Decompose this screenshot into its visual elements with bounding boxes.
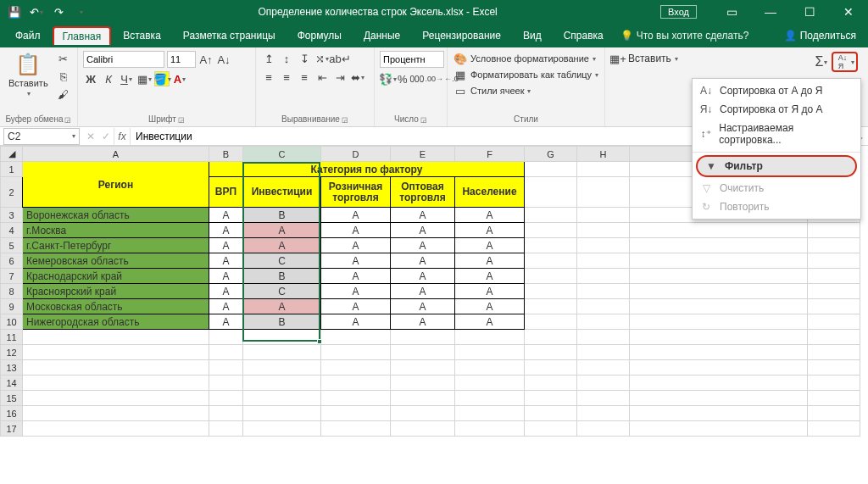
col-B[interactable]: B [209, 147, 243, 162]
cell-f[interactable]: A [455, 238, 525, 253]
row-6[interactable]: 6 [1, 253, 23, 269]
save-icon[interactable]: 💾 [5, 3, 24, 21]
cell-inv[interactable]: C [243, 284, 321, 299]
cell-inv[interactable]: B [243, 269, 321, 284]
tab-file[interactable]: Файл [5, 25, 51, 46]
row-17[interactable]: 17 [1, 421, 23, 437]
tab-formulas[interactable]: Формулы [287, 25, 352, 46]
cell-d[interactable]: A [321, 284, 391, 299]
currency-icon[interactable]: 💱▾ [380, 71, 395, 86]
col-H[interactable]: H [577, 147, 630, 162]
col-D[interactable]: D [321, 147, 391, 162]
fill-color-icon[interactable]: 🪣▾ [154, 71, 170, 86]
cell-inv[interactable]: C [243, 253, 321, 269]
cell-e[interactable]: A [391, 284, 455, 299]
maximize-icon[interactable]: ☐ [790, 0, 829, 24]
cell-e[interactable]: A [391, 223, 455, 238]
sort-filter-button[interactable]: A↓Я▾ [832, 52, 858, 72]
menu-filter[interactable]: ▼Фильтр [696, 155, 857, 177]
cell-region[interactable]: г.Москва [23, 223, 209, 238]
menu-sort-az[interactable]: A↓Сортировка от А до Я [693, 81, 860, 100]
cell-d[interactable]: A [321, 208, 391, 223]
row-16[interactable]: 16 [1, 406, 23, 421]
cell-d[interactable]: A [321, 269, 391, 284]
col-E[interactable]: E [391, 147, 455, 162]
align-top-icon[interactable]: ↥ [261, 51, 276, 66]
cell-region[interactable]: Кемеровская область [23, 253, 209, 269]
indent-inc-icon[interactable]: ⇥ [332, 70, 348, 85]
align-center-icon[interactable]: ≡ [279, 70, 294, 85]
increase-font-icon[interactable]: A↑ [198, 52, 214, 67]
ribbon-options-icon[interactable]: ▭ [712, 0, 751, 24]
font-name-input[interactable] [83, 51, 164, 68]
tab-layout[interactable]: Разметка страницы [173, 25, 286, 46]
menu-sort-za[interactable]: Я↓Сортировка от Я до А [693, 100, 860, 119]
row-3[interactable]: 3 [1, 208, 23, 223]
tab-help[interactable]: Справка [554, 25, 614, 46]
row-12[interactable]: 12 [1, 345, 23, 360]
underline-icon[interactable]: Ч▾ [119, 71, 134, 86]
cell-f[interactable]: A [455, 223, 525, 238]
cell-e[interactable]: A [391, 253, 455, 269]
row-14[interactable]: 14 [1, 376, 23, 391]
cell-inv[interactable]: B [243, 208, 321, 223]
wrap-text-icon[interactable]: ab↵ [332, 51, 348, 66]
cell-inv[interactable]: A [243, 299, 321, 314]
cell-f[interactable]: A [455, 208, 525, 223]
indent-dec-icon[interactable]: ⇤ [314, 70, 330, 85]
cell-vrp[interactable]: A [209, 208, 243, 223]
col-C[interactable]: C [243, 147, 321, 162]
cell-inv[interactable]: A [243, 238, 321, 253]
cell-region[interactable]: Воронежская область [23, 208, 209, 223]
bold-icon[interactable]: Ж [83, 71, 98, 86]
hdr-pop[interactable]: Население [455, 177, 525, 208]
tell-me[interactable]: 💡 Что вы хотите сделать? [620, 30, 749, 42]
orientation-icon[interactable]: ⤭▾ [314, 51, 330, 66]
cell-d[interactable]: A [321, 314, 391, 330]
tab-view[interactable]: Вид [513, 25, 552, 46]
format-table-button[interactable]: ▦Форматировать как таблицу▾ [453, 67, 599, 82]
cell-d[interactable]: A [321, 253, 391, 269]
cut-icon[interactable]: ✂ [56, 51, 71, 66]
hdr-retail[interactable]: Розничная торговля [321, 177, 391, 208]
copy-icon[interactable]: ⎘ [56, 69, 71, 84]
cell-inv[interactable]: B [243, 314, 321, 330]
share-button[interactable]: 👤 Поделиться [784, 30, 868, 42]
paste-button[interactable]: 📋 Вставить▾ [5, 51, 52, 99]
inc-decimal-icon[interactable]: .00→ [426, 71, 442, 86]
autosum-icon[interactable]: Σ▾ [814, 54, 829, 70]
percent-icon[interactable]: % [398, 71, 408, 86]
cell-vrp[interactable]: A [209, 238, 243, 253]
row-15[interactable]: 15 [1, 391, 23, 406]
cell-vrp[interactable]: A [209, 314, 243, 330]
align-bottom-icon[interactable]: ↧ [297, 51, 312, 66]
cell-e[interactable]: A [391, 314, 455, 330]
align-right-icon[interactable]: ≡ [297, 70, 312, 85]
cell-region[interactable]: г.Санкт-Петербург [23, 238, 209, 253]
select-all[interactable]: ◢ [1, 147, 23, 162]
cell-vrp[interactable]: A [209, 299, 243, 314]
cell-f[interactable]: A [455, 299, 525, 314]
col-G[interactable]: G [525, 147, 577, 162]
cell-vrp[interactable]: A [209, 284, 243, 299]
cell-d[interactable]: A [321, 238, 391, 253]
insert-cells-button[interactable]: ▦+Вставить▾ [610, 51, 678, 66]
cell-d[interactable]: A [321, 299, 391, 314]
col-A[interactable]: A [23, 147, 209, 162]
hdr-category-banner[interactable]: Категория по фактору [209, 162, 525, 177]
cell-region[interactable]: Нижегородская область [23, 314, 209, 330]
menu-sort-custom[interactable]: ↕⁺Настраиваемая сортировка... [693, 119, 860, 149]
cell-f[interactable]: A [455, 314, 525, 330]
hdr-inv[interactable]: Инвестиции [243, 177, 321, 208]
row-4[interactable]: 4 [1, 223, 23, 238]
minimize-icon[interactable]: — [751, 0, 790, 24]
hdr-vrp[interactable]: ВРП [209, 177, 243, 208]
cell-e[interactable]: A [391, 299, 455, 314]
cell-region[interactable]: Краснодарский край [23, 269, 209, 284]
row-8[interactable]: 8 [1, 284, 23, 299]
cell-vrp[interactable]: A [209, 253, 243, 269]
close-icon[interactable]: ✕ [829, 0, 868, 24]
row-10[interactable]: 10 [1, 314, 23, 330]
cell-d[interactable]: A [321, 223, 391, 238]
row-5[interactable]: 5 [1, 238, 23, 253]
